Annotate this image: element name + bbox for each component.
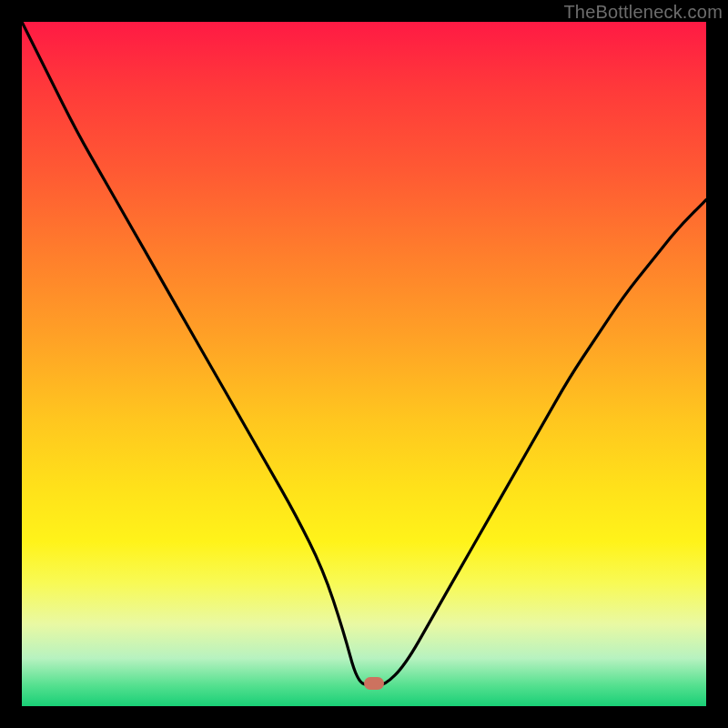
minimum-marker [364,677,384,690]
watermark-text: TheBottleneck.com [563,2,723,23]
bottleneck-curve [22,22,706,706]
plot-area [22,22,706,706]
chart-frame: TheBottleneck.com [0,0,728,728]
